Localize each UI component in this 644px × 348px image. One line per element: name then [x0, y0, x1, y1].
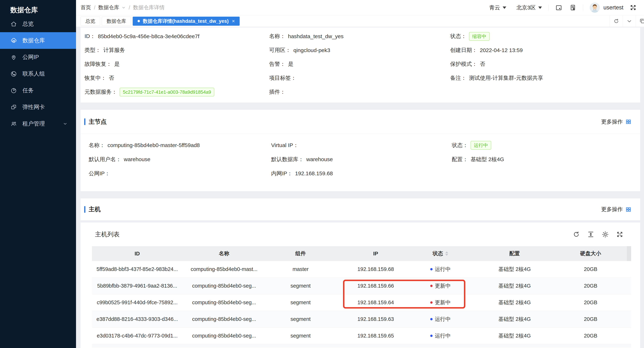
breadcrumb: 首页 / 数据仓库 / 数据仓库详情 — [80, 4, 164, 11]
sidebar-nav: 总览 数据仓库 公网IP 联系人组 任务 — [0, 15, 76, 132]
host-component: segment — [266, 328, 336, 344]
breadcrumb-separator: / — [94, 5, 96, 11]
row-height-icon[interactable] — [587, 231, 594, 238]
sidebar-item-contact-groups[interactable]: 联系人组 — [0, 65, 76, 82]
field-label: 告警： — [269, 60, 286, 68]
expand-icon[interactable] — [616, 231, 624, 238]
created-date-value: 2022-04-12 13:59 — [480, 47, 523, 53]
avatar[interactable] — [590, 2, 600, 13]
layout-panel-icon[interactable] — [636, 15, 644, 27]
host-config: 基础型 2核4G — [465, 294, 564, 311]
host-name: computing-85bd4eb0-seg... — [182, 294, 266, 311]
refresh-icon[interactable] — [572, 231, 580, 238]
tab-label: 数据仓库详情(hashdata_test_dw_yes) — [143, 18, 228, 24]
tab-data-warehouse[interactable]: 数据仓库 — [102, 17, 131, 26]
hosts-title: 主机 — [89, 205, 101, 213]
host-ip: 192.168.159.63 — [336, 311, 416, 327]
sidebar-item-label: 总览 — [22, 20, 34, 28]
warehouse-type: 计算服务 — [103, 46, 125, 54]
table-row: 5b89bfbb-3879-4961-9aa2-8136... computin… — [92, 278, 631, 294]
sidebar-item-label: 公网IP — [22, 53, 39, 61]
breadcrumb-home[interactable]: 首页 — [80, 4, 91, 11]
host-id: 5ff59ad8-bbf3-437f-85e2-983b24... — [92, 261, 182, 278]
field-label: 故障恢复： — [84, 60, 112, 68]
field-label: 可用区： — [269, 46, 291, 54]
billing-icon[interactable] — [555, 4, 562, 11]
col-header-config: 配置 — [465, 246, 564, 261]
fullscreen-icon[interactable] — [630, 4, 637, 11]
master-node-title: 主节点 — [89, 118, 106, 126]
sidebar-item-overview[interactable]: 总览 — [0, 15, 76, 32]
breadcrumb-separator: / — [129, 5, 130, 11]
main-area: 首页 / 数据仓库 / 数据仓库详情 青云 北京3区 — [76, 0, 644, 348]
table-row: c99b0525-991f-440d-9fce-75892... computi… — [92, 294, 631, 311]
field-label: 备注： — [450, 74, 466, 82]
sort-icon[interactable] — [445, 251, 448, 256]
master-more-actions-button[interactable]: 更多操作 — [601, 118, 632, 125]
home-icon — [10, 21, 17, 27]
table-header-row: ID 名称 组件 IP 状态 配置 硬盘大小 — [92, 246, 631, 261]
org-selector[interactable]: 青云 — [489, 4, 506, 11]
close-icon[interactable]: × — [232, 18, 235, 24]
nic-icon — [10, 104, 17, 110]
tab-warehouse-detail[interactable]: 数据仓库详情(hashdata_test_dw_yes) × — [133, 17, 240, 26]
host-config: 基础型 2核4G — [465, 261, 564, 278]
chevron-down-icon[interactable] — [623, 15, 636, 27]
host-config: 基础型 2核4G — [465, 328, 564, 344]
host-name: computing-85bd4eb0-mast... — [182, 261, 266, 278]
host-id: e387dd88-8216-4333-9303-d346... — [92, 311, 182, 327]
content: ID：85bd4eb0-5c9a-456e-b8ca-3e4e06cdee7f … — [76, 27, 644, 348]
refresh-icon[interactable] — [610, 15, 623, 27]
host-status: 更新中 — [416, 278, 465, 294]
chevron-down-icon[interactable] — [122, 5, 126, 10]
host-disk: 20GB — [564, 294, 617, 311]
sidebar-app-title: 数据仓库 — [0, 0, 76, 15]
warehouse-status-badge: 缩容中 — [469, 32, 490, 41]
host-config: 基础型 2核4G — [465, 311, 564, 327]
host-status: 运行中 — [416, 311, 465, 327]
col-header-id: ID — [92, 246, 182, 261]
tab-toolbar — [610, 15, 644, 27]
host-disk: 20GB — [564, 328, 617, 344]
sidebar-item-data-warehouse[interactable]: 数据仓库 — [0, 32, 76, 49]
status-dot — [430, 268, 432, 270]
field-label: 名称： — [89, 142, 105, 149]
sidebar-item-public-ip[interactable]: 公网IP — [0, 49, 76, 65]
col-header-filler — [617, 246, 627, 261]
partial-next-row — [92, 344, 631, 348]
sidebar-item-elastic-nic[interactable]: 弹性网卡 — [0, 99, 76, 115]
region-selector-label: 北京3区 — [516, 4, 536, 11]
bill-document-icon[interactable] — [569, 4, 576, 11]
failover-value: 是 — [114, 60, 120, 68]
col-header-name: 名称 — [182, 246, 266, 261]
metadata-service-badge[interactable]: 5c2179fd-71c7-41e1-a003-78a9d91854a9 — [120, 88, 214, 96]
table-toolbar — [572, 231, 624, 238]
sidebar-item-label: 联系人组 — [22, 70, 45, 78]
breadcrumb-section[interactable]: 数据仓库 — [98, 4, 119, 11]
sidebar-item-tasks[interactable]: 任务 — [0, 82, 76, 99]
host-list-title: 主机列表 — [95, 230, 120, 239]
gear-icon[interactable] — [602, 231, 609, 238]
status-label: 更新中 — [435, 282, 451, 290]
status-dot — [430, 318, 432, 320]
breadcrumb-current: 数据仓库详情 — [133, 4, 164, 11]
sidebar-item-tenant-management[interactable]: 租户管理 — [0, 115, 76, 132]
status-header-label: 状态 — [432, 250, 443, 257]
table-row: e387dd88-8216-4333-9303-d346... computin… — [92, 311, 631, 328]
tab-overview[interactable]: 总览 — [80, 17, 100, 26]
tenants-icon — [10, 120, 17, 127]
master-name-value: computing-85bd4eb0-master-5ff59ad8 — [108, 142, 200, 148]
host-list-card: 主机列表 ID 名称 组件 IP 状态 — [80, 223, 640, 348]
region-selector[interactable]: 北京3区 — [516, 4, 542, 11]
status-label: 运行中 — [435, 266, 451, 273]
warehouse-icon — [10, 37, 17, 44]
sidebar-item-label: 租户管理 — [22, 120, 45, 127]
sidebar-item-label: 弹性网卡 — [22, 103, 45, 111]
field-label: 配置： — [452, 156, 468, 163]
host-component: segment — [266, 278, 336, 294]
status-dot — [430, 285, 432, 287]
username[interactable]: usertest — [604, 4, 623, 11]
hosts-more-actions-button[interactable]: 更多操作 — [601, 206, 632, 213]
host-ip: 192.168.159.66 — [336, 278, 416, 294]
sidebar: 数据仓库 总览 数据仓库 公网IP 联系人组 — [0, 0, 76, 348]
